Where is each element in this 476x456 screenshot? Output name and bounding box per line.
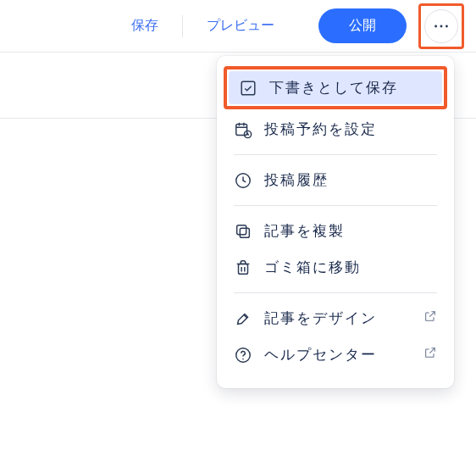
menu-item-trash[interactable]: ゴミ箱に移動 [217,249,454,286]
calendar-clock-icon [234,120,252,139]
trash-icon [234,259,252,277]
menu-separator [234,292,437,293]
help-icon [234,346,252,364]
svg-rect-4 [236,124,247,135]
svg-rect-3 [241,81,255,95]
svg-rect-7 [240,228,249,237]
preview-link[interactable]: プレビュー [183,17,298,35]
more-menu-dropdown: 下書きとして保存 投稿予約を設定 投稿履歴 記事を複製 ゴミ箱に移動 記事をデザ… [217,56,454,388]
clock-icon [234,171,252,190]
more-button[interactable] [424,9,458,43]
svg-point-11 [242,358,244,359]
checkbox-icon [239,79,257,97]
menu-item-design[interactable]: 記事をデザイン [217,300,454,336]
ellipsis-icon [432,17,451,36]
svg-point-0 [434,25,437,27]
menu-item-history[interactable]: 投稿履歴 [217,162,454,198]
svg-rect-8 [237,225,246,234]
svg-point-2 [446,25,448,27]
top-toolbar: 保存 プレビュー 公開 [0,0,476,53]
external-link-icon [423,346,437,364]
menu-item-help[interactable]: ヘルプセンター [217,336,454,373]
menu-item-duplicate[interactable]: 記事を複製 [217,213,454,249]
menu-separator [234,205,437,206]
menu-label: 記事をデザイン [264,309,377,328]
svg-point-1 [440,25,443,27]
menu-label: ゴミ箱に移動 [264,258,361,277]
menu-label: ヘルプセンター [264,345,377,364]
copy-icon [234,222,252,241]
external-link-icon [423,309,437,327]
save-link[interactable]: 保存 [108,17,182,35]
menu-item-schedule[interactable]: 投稿予約を設定 [217,111,454,147]
menu-label: 投稿履歴 [264,170,329,190]
more-button-highlight [418,3,464,49]
brush-icon [234,309,252,328]
menu-item-save-draft[interactable]: 下書きとして保存 [229,71,442,104]
menu-separator [234,154,437,155]
publish-button[interactable]: 公開 [318,8,407,43]
save-draft-highlight: 下書きとして保存 [224,66,447,109]
menu-label: 下書きとして保存 [269,78,398,97]
menu-label: 投稿予約を設定 [264,120,377,139]
svg-rect-9 [239,264,248,274]
menu-label: 記事を複製 [264,221,345,241]
